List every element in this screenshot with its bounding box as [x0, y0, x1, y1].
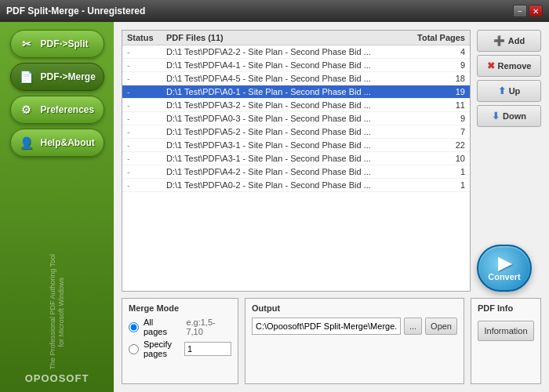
file-pages: 10: [394, 154, 465, 163]
brand-logo-text: OPOOSOFT: [25, 372, 89, 384]
output-path-input[interactable]: [252, 318, 401, 335]
app-title: PDF Split-Merge - Unregistered: [6, 5, 145, 16]
add-button[interactable]: ➕ Add: [477, 30, 541, 52]
main-container: ✂ PDF->Split 📄 PDF->Merge ⚙ Preferences …: [0, 22, 549, 392]
file-name: D:\1 Test\PDF\A4-5 - Site Plan - Second …: [166, 74, 394, 83]
specify-pages-input[interactable]: [184, 342, 231, 356]
down-icon: ⬇: [492, 111, 500, 122]
add-icon: ➕: [493, 35, 505, 46]
information-button[interactable]: Information: [478, 321, 534, 341]
sidebar-help-label: Help&About: [41, 137, 95, 148]
table-row[interactable]: - D:\1 Test\PDF\A4-5 - Site Plan - Secon…: [122, 72, 470, 85]
file-status: -: [127, 114, 166, 123]
file-pages: 11: [394, 100, 465, 110]
merge-mode-panel: Merge Mode All pages e.g:1,5-7,10 Specif…: [122, 298, 238, 384]
table-row[interactable]: - D:\1 Test\PDF\A3-2 - Site Plan - Secon…: [122, 99, 470, 112]
specify-pages-radio[interactable]: [129, 344, 139, 354]
output-panel: Output ... Open: [245, 298, 464, 384]
open-button[interactable]: Open: [425, 318, 457, 335]
sidebar-item-pdf-split[interactable]: ✂ PDF->Split: [10, 30, 104, 58]
up-button[interactable]: ⬆ Up: [477, 80, 541, 102]
up-label: Up: [509, 86, 521, 96]
header-pages: Total Pages: [394, 33, 465, 42]
file-list-body[interactable]: - D:\1 Test\PDF\A2-2 - Site Plan - Secon…: [122, 45, 470, 291]
right-panel-wrapper: ➕ Add ✖ Remove ⬆ Up ⬇ Down ▶: [471, 30, 541, 292]
up-icon: ⬆: [498, 85, 506, 96]
file-pages: 7: [394, 127, 465, 136]
scissors-icon: ✂: [17, 34, 36, 53]
file-status: -: [127, 87, 166, 96]
convert-label: Convert: [488, 272, 521, 281]
table-row[interactable]: - D:\1 Test\PDF\A4-2 - Site Plan - Secon…: [122, 165, 470, 179]
close-button[interactable]: ✕: [529, 5, 543, 17]
file-name: D:\1 Test\PDF\A5-2 - Site Plan - Second …: [166, 127, 394, 136]
convert-button[interactable]: ▶ Convert: [477, 245, 532, 292]
file-status: -: [127, 74, 166, 83]
file-status: -: [127, 154, 166, 163]
file-list-panel: Status PDF Files (11) Total Pages - D:\1…: [122, 30, 471, 292]
file-name: D:\1 Test\PDF\A3-1 - Site Plan - Second …: [166, 140, 394, 150]
down-label: Down: [503, 111, 526, 121]
specify-pages-label[interactable]: Specify pages: [144, 339, 180, 358]
file-status: -: [127, 140, 166, 150]
table-row[interactable]: - D:\1 Test\PDF\A0-1 - Site Plan - Secon…: [122, 85, 470, 99]
file-area-row: Status PDF Files (11) Total Pages - D:\1…: [122, 30, 541, 292]
file-name: D:\1 Test\PDF\A4-1 - Site Plan - Second …: [166, 60, 394, 70]
pdf-info-label: PDF Info: [478, 303, 534, 313]
file-name: D:\1 Test\PDF\A0-1 - Site Plan - Second …: [166, 87, 394, 96]
file-status: -: [127, 47, 166, 56]
file-name: D:\1 Test\PDF\A3-1 - Site Plan - Second …: [166, 154, 394, 163]
file-pages: 22: [394, 140, 465, 150]
all-pages-label[interactable]: All pages: [144, 318, 178, 336]
file-pages: 19: [394, 87, 465, 96]
header-filename: PDF Files (11): [166, 33, 394, 42]
add-label: Add: [508, 36, 525, 45]
output-row: ... Open: [252, 318, 457, 335]
sidebar-merge-label: PDF->Merge: [41, 71, 96, 82]
browse-button[interactable]: ...: [404, 318, 422, 335]
specify-pages-row: Specify pages: [129, 339, 231, 358]
minimize-button[interactable]: −: [513, 5, 527, 17]
file-name: D:\1 Test\PDF\A0-3 - Site Plan - Second …: [166, 114, 394, 123]
file-name: D:\1 Test\PDF\A0-2 - Site Plan - Second …: [166, 180, 394, 190]
sidebar-item-pdf-merge[interactable]: 📄 PDF->Merge: [10, 63, 104, 91]
file-list-wrapper: Status PDF Files (11) Total Pages - D:\1…: [122, 30, 471, 292]
file-pages: 4: [394, 47, 465, 56]
table-row[interactable]: - D:\1 Test\PDF\A5-2 - Site Plan - Secon…: [122, 125, 470, 139]
table-row[interactable]: - D:\1 Test\PDF\A3-1 - Site Plan - Secon…: [122, 152, 470, 165]
remove-button[interactable]: ✖ Remove: [477, 55, 541, 77]
all-pages-radio[interactable]: [129, 322, 139, 332]
file-pages: 18: [394, 74, 465, 83]
merge-mode-label: Merge Mode: [129, 303, 231, 313]
sidebar-split-label: PDF->Split: [41, 38, 89, 49]
pdf-info-panel: PDF Info Information: [471, 298, 541, 384]
file-status: -: [127, 180, 166, 190]
file-name: D:\1 Test\PDF\A2-2 - Site Plan - Second …: [166, 47, 394, 56]
file-list-header: Status PDF Files (11) Total Pages: [122, 31, 470, 45]
sidebar: ✂ PDF->Split 📄 PDF->Merge ⚙ Preferences …: [0, 22, 114, 392]
sidebar-item-preferences[interactable]: ⚙ Preferences: [10, 96, 104, 124]
convert-play-icon: ▶: [498, 255, 511, 272]
content-area: Status PDF Files (11) Total Pages - D:\1…: [114, 22, 549, 392]
bottom-panels: Merge Mode All pages e.g:1,5-7,10 Specif…: [122, 298, 541, 384]
file-name: D:\1 Test\PDF\A4-2 - Site Plan - Second …: [166, 167, 394, 176]
table-row[interactable]: - D:\1 Test\PDF\A4-1 - Site Plan - Secon…: [122, 59, 470, 72]
table-row[interactable]: - D:\1 Test\PDF\A3-1 - Site Plan - Secon…: [122, 139, 470, 152]
sidebar-item-help[interactable]: 👤 Help&About: [10, 129, 104, 157]
remove-icon: ✖: [487, 60, 495, 71]
file-pages: 9: [394, 114, 465, 123]
file-pages: 1: [394, 180, 465, 190]
sidebar-prefs-label: Preferences: [41, 104, 95, 115]
table-row[interactable]: - D:\1 Test\PDF\A0-2 - Site Plan - Secon…: [122, 179, 470, 192]
title-bar: PDF Split-Merge - Unregistered − ✕: [0, 0, 549, 22]
remove-label: Remove: [498, 61, 532, 71]
sidebar-branding: The Professional PDF Authoring Toolfor M…: [0, 254, 114, 384]
file-name: D:\1 Test\PDF\A3-2 - Site Plan - Second …: [166, 100, 394, 110]
table-row[interactable]: - D:\1 Test\PDF\A0-3 - Site Plan - Secon…: [122, 112, 470, 125]
table-row[interactable]: - D:\1 Test\PDF\A2-2 - Site Plan - Secon…: [122, 45, 470, 59]
all-pages-row: All pages e.g:1,5-7,10: [129, 318, 231, 336]
down-button[interactable]: ⬇ Down: [477, 105, 541, 127]
gear-icon: ⚙: [17, 100, 36, 119]
file-status: -: [127, 127, 166, 136]
file-status: -: [127, 167, 166, 176]
